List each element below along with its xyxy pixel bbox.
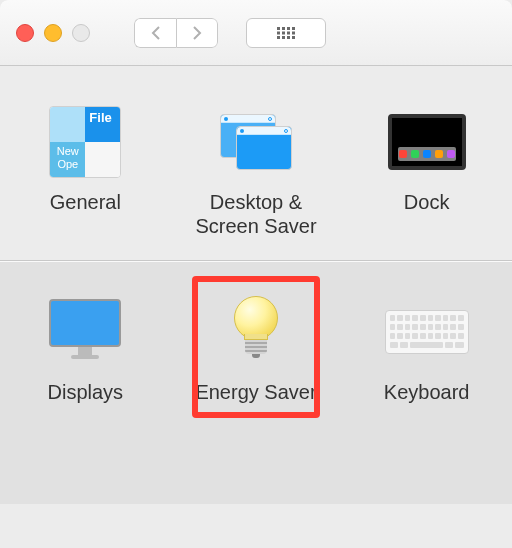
system-preferences-window: File New Ope General Desktop & Screen Sa… (0, 0, 512, 548)
lightbulb-icon (214, 290, 298, 374)
dock-icon (385, 100, 469, 184)
chevron-left-icon (150, 26, 162, 40)
svg-rect-1 (282, 27, 285, 30)
svg-rect-10 (287, 36, 290, 39)
svg-rect-7 (292, 31, 295, 34)
minimize-icon[interactable] (44, 24, 62, 42)
pref-label: Dock (404, 190, 450, 214)
svg-rect-2 (287, 27, 290, 30)
pref-keyboard[interactable]: Keyboard (347, 290, 507, 404)
svg-rect-4 (277, 31, 280, 34)
zoom-icon (72, 24, 90, 42)
pref-label: Displays (48, 380, 124, 404)
pref-label: Keyboard (384, 380, 470, 404)
svg-rect-6 (287, 31, 290, 34)
pref-label: Energy Saver (195, 380, 316, 404)
window-controls (16, 24, 90, 42)
titlebar (0, 0, 512, 66)
svg-rect-8 (277, 36, 280, 39)
pref-general[interactable]: File New Ope General (5, 100, 165, 214)
pref-label: General (50, 190, 121, 214)
svg-rect-11 (292, 36, 295, 39)
show-all-button[interactable] (246, 18, 326, 48)
svg-rect-5 (282, 31, 285, 34)
displays-icon (43, 290, 127, 374)
keyboard-icon (385, 290, 469, 374)
svg-rect-0 (277, 27, 280, 30)
prefs-row-1: File New Ope General Desktop & Screen Sa… (0, 66, 512, 261)
forward-button[interactable] (176, 18, 218, 48)
pref-label: Desktop & Screen Saver (181, 190, 331, 238)
pref-desktop-screensaver[interactable]: Desktop & Screen Saver (176, 100, 336, 238)
pref-dock[interactable]: Dock (347, 100, 507, 214)
svg-rect-3 (292, 27, 295, 30)
pref-displays[interactable]: Displays (5, 290, 165, 404)
desktop-screensaver-icon (214, 100, 298, 184)
prefs-row-2: Displays Energy Saver (0, 261, 512, 504)
back-button[interactable] (134, 18, 176, 48)
nav-segmented-control (134, 18, 218, 48)
chevron-right-icon (191, 26, 203, 40)
grid-icon (277, 27, 295, 39)
prefs-content: File New Ope General Desktop & Screen Sa… (0, 66, 512, 504)
pref-energy-saver[interactable]: Energy Saver (176, 290, 336, 404)
close-icon[interactable] (16, 24, 34, 42)
svg-rect-9 (282, 36, 285, 39)
general-icon: File New Ope (43, 100, 127, 184)
